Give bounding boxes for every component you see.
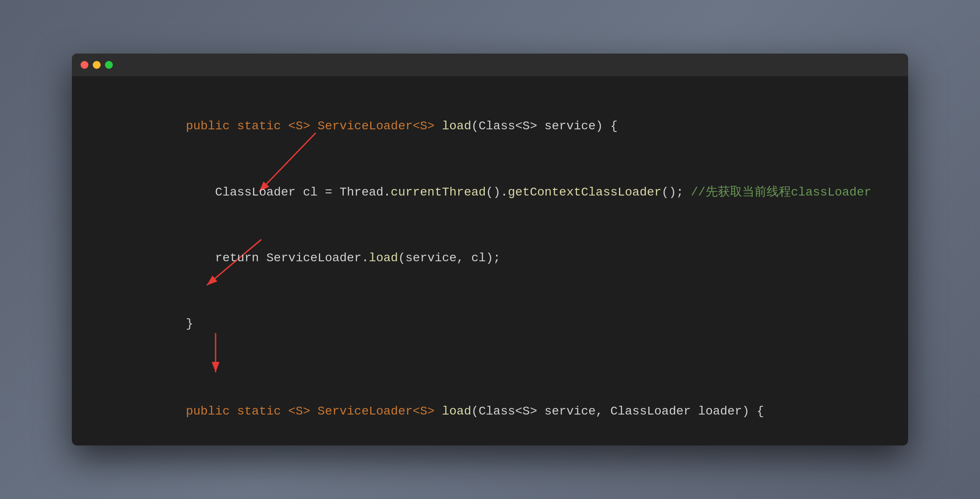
outer-background: public static <S> ServiceLoader<S> load(… [0, 0, 980, 499]
titlebar [72, 54, 908, 76]
close-button[interactable] [81, 61, 88, 69]
code-line-5 [98, 357, 882, 379]
minimize-button[interactable] [93, 61, 101, 69]
code-line-2: ClassLoader cl = Thread.currentThread().… [98, 159, 882, 225]
code-line-7: return new ServiceLoader<>(service, load… [98, 445, 882, 445]
code-line-1: public static <S> ServiceLoader<S> load(… [98, 94, 882, 159]
code-line-6: public static <S> ServiceLoader<S> load(… [98, 379, 882, 445]
code-window: public static <S> ServiceLoader<S> load(… [72, 54, 908, 445]
code-editor: public static <S> ServiceLoader<S> load(… [72, 76, 908, 445]
code-line-3: return ServiceLoader.load(service, cl); [98, 225, 882, 291]
code-line-4: } [98, 291, 882, 357]
maximize-button[interactable] [105, 61, 113, 69]
